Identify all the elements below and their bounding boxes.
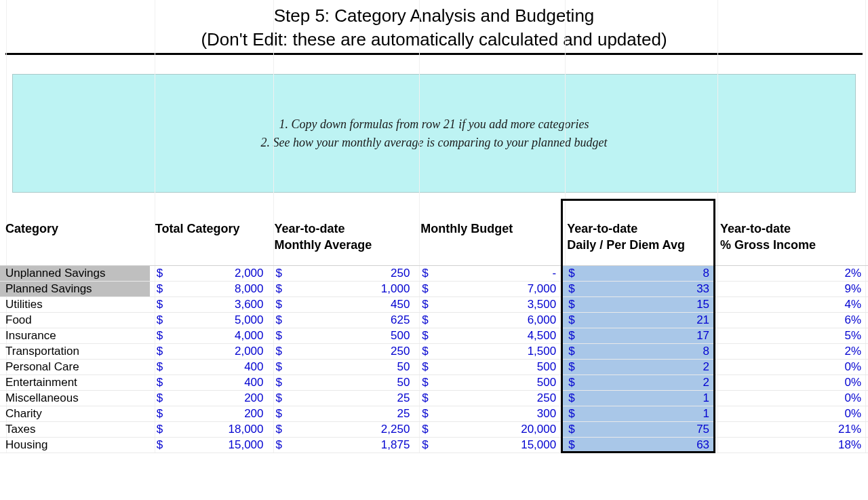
cell-total[interactable]: $3,600 xyxy=(150,296,269,312)
cell-category[interactable]: Insurance xyxy=(0,328,150,343)
table-row[interactable]: Planned Savings$8,000$1,000$7,000$339% xyxy=(0,281,868,296)
header-category[interactable]: Category xyxy=(0,199,150,265)
cell-category[interactable]: Utilities xyxy=(0,296,150,312)
cell-mavg[interactable]: $1,000 xyxy=(269,281,416,296)
currency-symbol: $ xyxy=(420,329,428,343)
cell-category[interactable]: Charity xyxy=(0,406,150,421)
cell-pct[interactable]: 9% xyxy=(715,281,868,296)
cell-total[interactable]: $15,000 xyxy=(150,437,269,453)
header-daily-avg[interactable]: Year-to-date Daily / Per Diem Avg xyxy=(561,199,715,265)
cell-total[interactable]: $5,000 xyxy=(150,312,269,328)
cell-daily[interactable]: $2 xyxy=(561,374,715,390)
budget-table[interactable]: Category Total Category Year-to-date Mon… xyxy=(0,199,868,453)
cell-mavg[interactable]: $625 xyxy=(269,312,416,328)
cell-pct[interactable]: 0% xyxy=(715,359,868,374)
cell-value: 2 xyxy=(703,360,711,374)
cell-daily[interactable]: $63 xyxy=(561,437,715,453)
cell-mavg[interactable]: $2,250 xyxy=(269,421,416,437)
cell-total[interactable]: $400 xyxy=(150,374,269,390)
table-row[interactable]: Utilities$3,600$450$3,500$154% xyxy=(0,296,868,312)
cell-mbud[interactable]: $20,000 xyxy=(415,421,561,437)
cell-daily[interactable]: $1 xyxy=(561,390,715,406)
table-row[interactable]: Personal Care$400$50$500$20% xyxy=(0,359,868,374)
header-total[interactable]: Total Category xyxy=(150,199,269,265)
cell-value: 1 xyxy=(703,391,711,405)
cell-mavg[interactable]: $50 xyxy=(269,374,416,390)
table-row[interactable]: Unplanned Savings$2,000$250$-$82% xyxy=(0,265,868,281)
cell-mavg[interactable]: $25 xyxy=(269,406,416,421)
table-row[interactable]: Transportation$2,000$250$1,500$82% xyxy=(0,343,868,359)
table-row[interactable]: Insurance$4,000$500$4,500$175% xyxy=(0,328,868,343)
cell-pct[interactable]: 2% xyxy=(715,343,868,359)
cell-daily[interactable]: $8 xyxy=(561,343,715,359)
header-monthly-avg[interactable]: Year-to-date Monthly Average xyxy=(269,199,416,265)
cell-total[interactable]: $400 xyxy=(150,359,269,374)
currency-symbol: $ xyxy=(420,376,428,389)
cell-category[interactable]: Housing xyxy=(0,437,150,453)
cell-mbud[interactable]: $6,000 xyxy=(415,312,561,328)
cell-mavg[interactable]: $50 xyxy=(269,359,416,374)
cell-category[interactable]: Personal Care xyxy=(0,359,150,374)
cell-category[interactable]: Miscellaneous xyxy=(0,390,150,406)
cell-daily[interactable]: $75 xyxy=(561,421,715,437)
cell-daily[interactable]: $33 xyxy=(561,281,715,296)
table-row[interactable]: Charity$200$25$300$10% xyxy=(0,406,868,421)
cell-category[interactable]: Unplanned Savings xyxy=(0,265,150,281)
cell-pct[interactable]: 0% xyxy=(715,390,868,406)
table-row[interactable]: Entertainment$400$50$500$20% xyxy=(0,374,868,390)
cell-category[interactable]: Transportation xyxy=(0,343,150,359)
cell-pct[interactable]: 0% xyxy=(715,374,868,390)
cell-category[interactable]: Entertainment xyxy=(0,374,150,390)
cell-value: 500 xyxy=(537,360,557,374)
cell-total[interactable]: $2,000 xyxy=(150,265,269,281)
header-monthly-budget[interactable]: Monthly Budget xyxy=(415,199,561,265)
cell-total[interactable]: $200 xyxy=(150,406,269,421)
cell-mbud[interactable]: $500 xyxy=(415,374,561,390)
cell-mavg[interactable]: $1,875 xyxy=(269,437,416,453)
cell-mbud[interactable]: $300 xyxy=(415,406,561,421)
cell-pct[interactable]: 21% xyxy=(715,421,868,437)
cell-mbud[interactable]: $4,500 xyxy=(415,328,561,343)
cell-mavg[interactable]: $250 xyxy=(269,265,416,281)
cell-pct[interactable]: 6% xyxy=(715,312,868,328)
cell-mbud[interactable]: $1,500 xyxy=(415,343,561,359)
cell-daily[interactable]: $1 xyxy=(561,406,715,421)
cell-daily[interactable]: $2 xyxy=(561,359,715,374)
table-row[interactable]: Housing$15,000$1,875$15,000$6318% xyxy=(0,437,868,453)
cell-pct[interactable]: 0% xyxy=(715,406,868,421)
cell-mbud[interactable]: $3,500 xyxy=(415,296,561,312)
cell-mavg[interactable]: $250 xyxy=(269,343,416,359)
cell-daily[interactable]: $17 xyxy=(561,328,715,343)
cell-total[interactable]: $8,000 xyxy=(150,281,269,296)
cell-mbud[interactable]: $250 xyxy=(415,390,561,406)
cell-total[interactable]: $200 xyxy=(150,390,269,406)
cell-total[interactable]: $18,000 xyxy=(150,421,269,437)
cell-pct[interactable]: 18% xyxy=(715,437,868,453)
cell-mavg[interactable]: $500 xyxy=(269,328,416,343)
cell-pct[interactable]: 2% xyxy=(715,265,868,281)
cell-daily[interactable]: $15 xyxy=(561,296,715,312)
table-row[interactable]: Taxes$18,000$2,250$20,000$7521% xyxy=(0,421,868,437)
cell-mbud[interactable]: $7,000 xyxy=(415,281,561,296)
cell-total[interactable]: $4,000 xyxy=(150,328,269,343)
cell-mbud[interactable]: $- xyxy=(415,265,561,281)
cell-mbud[interactable]: $15,000 xyxy=(415,437,561,453)
cell-value: 625 xyxy=(391,313,411,327)
cell-total[interactable]: $2,000 xyxy=(150,343,269,359)
cell-value: 4% xyxy=(720,298,864,311)
cell-pct[interactable]: 5% xyxy=(715,328,868,343)
cell-daily[interactable]: $21 xyxy=(561,312,715,328)
table-row[interactable]: Miscellaneous$200$25$250$10% xyxy=(0,390,868,406)
cell-mbud[interactable]: $500 xyxy=(415,359,561,374)
table-row[interactable]: Food$5,000$625$6,000$216% xyxy=(0,312,868,328)
cell-daily[interactable]: $8 xyxy=(561,265,715,281)
cell-category[interactable]: Food xyxy=(0,312,150,328)
cell-mavg[interactable]: $25 xyxy=(269,390,416,406)
cell-category[interactable]: Taxes xyxy=(0,421,150,437)
cell-category[interactable]: Planned Savings xyxy=(0,281,150,296)
header-pct-gross[interactable]: Year-to-date % Gross Income xyxy=(715,199,868,265)
currency-symbol: $ xyxy=(420,407,428,421)
cell-mavg[interactable]: $450 xyxy=(269,296,416,312)
cell-value: 250 xyxy=(391,267,411,280)
cell-pct[interactable]: 4% xyxy=(715,296,868,312)
